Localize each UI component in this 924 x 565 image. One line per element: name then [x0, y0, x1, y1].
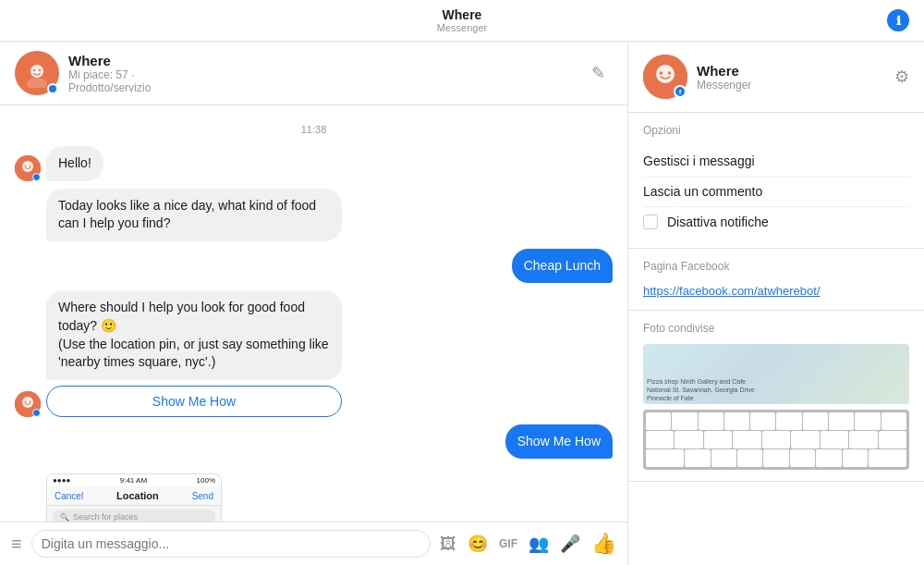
photos-grid: Pizza shop Ninth Gallery and CafeNationa…	[643, 344, 909, 470]
svg-point-10	[22, 397, 33, 408]
photos-section: Foto condivise Pizza shop Ninth Gallery …	[628, 311, 924, 482]
message-row: Today looks like a nice day, what kind o…	[15, 189, 613, 241]
message-row: Show Me How	[15, 424, 613, 460]
info-button[interactable]: ℹ	[887, 9, 909, 31]
bot-avatar	[15, 391, 41, 417]
avatar-online-badge	[47, 83, 58, 94]
svg-point-8	[30, 165, 31, 166]
svg-point-1	[30, 65, 43, 78]
svg-point-14	[656, 65, 675, 83]
mic-icon[interactable]: 🎤	[560, 534, 580, 554]
top-header: Where Messenger ℹ	[0, 0, 924, 42]
phone-search-bar[interactable]: 🔍 Search for places	[53, 510, 215, 522]
disable-notifications-checkbox[interactable]	[643, 215, 658, 229]
option-manage-messages[interactable]: Gestisci i messaggi	[643, 146, 909, 177]
chat-info: Where Mi piace: 57 · Prodotto/servizio	[68, 53, 584, 94]
chat-panel: Where Mi piace: 57 · Prodotto/servizio ✎…	[0, 42, 628, 565]
phone-nav: Cancel Location Send	[47, 486, 221, 506]
svg-point-12	[30, 400, 31, 402]
svg-point-15	[660, 71, 663, 75]
chat-followers: Mi piace: 57 ·	[68, 68, 584, 81]
svg-point-11	[25, 400, 27, 402]
message-row: Cheap Lunch	[15, 249, 613, 284]
main-content: Where Mi piace: 57 · Prodotto/servizio ✎…	[0, 42, 924, 565]
photo-map-text: Pizza shop Ninth Gallery and CafeNationa…	[643, 375, 909, 404]
bubble-where-help: Where should I help you look for good fo…	[46, 290, 342, 379]
image-icon[interactable]: 🖼	[440, 534, 456, 554]
gear-icon[interactable]: ⚙	[894, 67, 909, 87]
header-title: Where	[437, 7, 487, 22]
photo-map-background: Pizza shop Ninth Gallery and CafeNationa…	[643, 344, 909, 404]
input-icons: 🖼 😊 GIF 👥 🎤 👍	[440, 532, 616, 556]
option-leave-comment[interactable]: Lascia un commento	[643, 177, 909, 207]
chat-name: Where	[68, 53, 584, 68]
bubble-today: Today looks like a nice day, what kind o…	[46, 189, 342, 241]
svg-point-3	[33, 69, 35, 71]
right-info: Where Messenger	[697, 63, 894, 92]
svg-point-6	[22, 161, 33, 172]
right-avatar-badge: f	[674, 85, 687, 98]
options-section-title: Opzioni	[643, 124, 909, 137]
option-disable-notifications[interactable]: Disattiva notifiche	[643, 207, 909, 237]
message-row: Where should I help you look for good fo…	[15, 290, 613, 416]
bubble-cheap-lunch: Cheap Lunch	[512, 249, 613, 284]
bubble-show-me-how: Show Me How	[505, 424, 613, 460]
svg-point-16	[668, 71, 672, 75]
like-icon[interactable]: 👍	[591, 532, 616, 556]
msg-avatar-badge	[32, 173, 41, 181]
svg-point-7	[25, 165, 27, 166]
header-center: Where Messenger	[437, 7, 487, 33]
messages-area: 11:38 Hello! Today loo	[0, 105, 627, 522]
message-row: ●●●● 9:41 AM 100% Cancel Location Send 🔍…	[15, 466, 613, 522]
chat-category: Prodotto/servizio	[68, 81, 584, 94]
right-panel: f Where Messenger ⚙ Opzioni Gestisci i m…	[628, 42, 924, 565]
msg-avatar-badge	[32, 409, 41, 417]
photo-keyboard-background	[643, 410, 909, 470]
edit-button[interactable]: ✎	[584, 59, 613, 87]
facebook-link[interactable]: https://facebook.com/atwherebot/	[643, 284, 821, 298]
header-subtitle: Messenger	[437, 22, 487, 33]
right-subtitle: Messenger	[697, 79, 894, 92]
right-name: Where	[697, 63, 894, 79]
options-section: Opzioni Gestisci i messaggi Lascia un co…	[628, 113, 924, 249]
gif-icon[interactable]: GIF	[499, 537, 517, 550]
message-input[interactable]	[31, 530, 431, 558]
show-me-how-quick-reply[interactable]: Show Me How	[46, 386, 342, 417]
photo-thumb-keyboard[interactable]	[643, 410, 909, 470]
input-bar: ≡ 🖼 😊 GIF 👥 🎤 👍	[0, 522, 627, 565]
right-profile: f Where Messenger ⚙	[628, 42, 924, 113]
photos-section-title: Foto condivise	[643, 322, 909, 335]
facebook-section-title: Pagina Facebook	[643, 260, 909, 273]
bot-avatar	[15, 155, 41, 181]
menu-icon[interactable]: ≡	[11, 534, 22, 555]
photo-thumb-map[interactable]: Pizza shop Ninth Gallery and CafeNationa…	[643, 344, 909, 404]
phone-mockup: ●●●● 9:41 AM 100% Cancel Location Send 🔍…	[46, 473, 222, 522]
emoji-icon[interactable]: 😊	[468, 534, 488, 554]
svg-point-4	[39, 69, 41, 71]
message-row: Hello!	[15, 146, 613, 181]
right-avatar: f	[643, 55, 687, 99]
sticker-icon[interactable]: 👥	[529, 534, 549, 554]
phone-status-bar: ●●●● 9:41 AM 100%	[47, 474, 221, 486]
message-timestamp: 11:38	[15, 124, 613, 135]
facebook-section: Pagina Facebook https://facebook.com/atw…	[628, 249, 924, 311]
bubble-hello: Hello!	[46, 146, 103, 181]
avatar	[15, 51, 59, 95]
chat-header: Where Mi piace: 57 · Prodotto/servizio ✎	[0, 42, 627, 105]
